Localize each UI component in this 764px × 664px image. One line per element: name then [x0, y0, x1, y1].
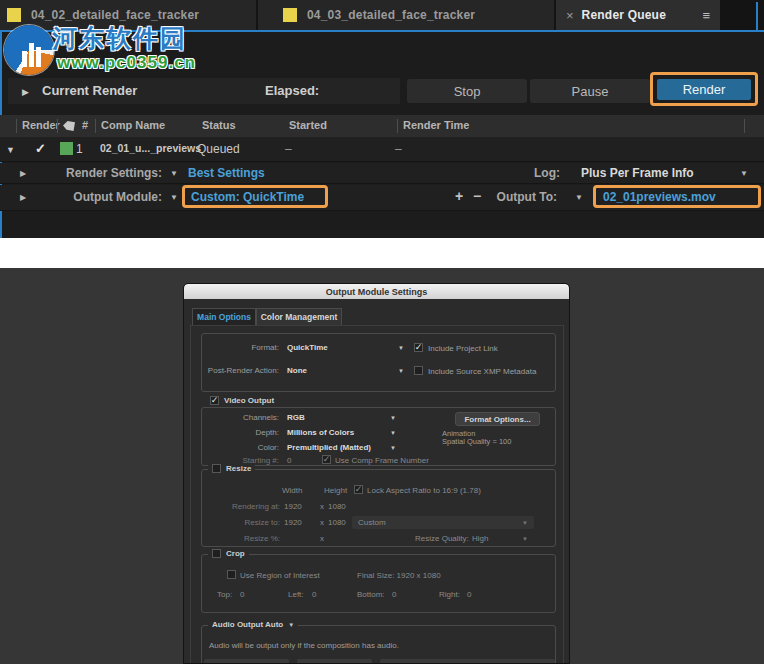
- expand-caret-icon[interactable]: ▶: [20, 169, 26, 178]
- close-icon[interactable]: ×: [566, 8, 574, 23]
- log-label: Log:: [500, 166, 560, 180]
- color-dropdown[interactable]: Premultiplied (Matted): [287, 443, 371, 452]
- expand-caret-icon[interactable]: ▶: [20, 193, 26, 202]
- dropdown-caret-icon[interactable]: ▼: [740, 169, 748, 178]
- crop-label: Crop: [226, 549, 245, 558]
- queue-column-header-row: Render # Comp Name Status Started Render…: [0, 115, 764, 137]
- dialog-title-bar[interactable]: Output Module Settings: [184, 284, 569, 299]
- column-render[interactable]: Render: [22, 119, 60, 131]
- add-output-module-icon[interactable]: +: [455, 188, 463, 204]
- post-render-action-dropdown[interactable]: None: [287, 366, 307, 375]
- format-dropdown[interactable]: QuickTime: [287, 343, 328, 352]
- audio-rate-dropdown[interactable]: [204, 659, 289, 664]
- video-output-title: ✓ Video Output: [206, 396, 278, 405]
- format-group: Format: QuickTime ▼ ✓ Include Project Li…: [201, 333, 556, 392]
- dropdown-caret-icon[interactable]: ▼: [170, 193, 178, 202]
- column-comp-name[interactable]: Comp Name: [101, 119, 165, 131]
- render-enabled-checkbox[interactable]: ✓: [35, 141, 46, 156]
- use-roi-checkbox: [227, 570, 236, 579]
- render-button[interactable]: Render: [657, 79, 751, 100]
- tab-label: 04_02_detailed_face_tracker: [31, 8, 199, 22]
- resize-label: Resize: [226, 464, 251, 473]
- starting-number-value: 0: [287, 456, 291, 465]
- audio-format-options-button[interactable]: [457, 659, 555, 664]
- include-project-link-label: Include Project Link: [428, 344, 498, 353]
- composition-icon: [7, 8, 21, 22]
- include-project-link-checkbox[interactable]: ✓: [414, 343, 423, 352]
- tab-main-options[interactable]: Main Options: [192, 308, 256, 326]
- collapse-caret-icon[interactable]: ▼: [6, 145, 15, 155]
- format-options-button[interactable]: Format Options...: [455, 412, 540, 426]
- dropdown-caret-icon[interactable]: ▼: [575, 193, 583, 202]
- output-module-link[interactable]: Custom: QuickTime: [191, 190, 304, 204]
- resize-group: Resize Width Height ✓ Lock Aspect Ratio …: [201, 469, 556, 547]
- video-output-group: Channels: RGB ▼ Format Options... Depth:…: [201, 407, 556, 466]
- column-number[interactable]: #: [82, 119, 88, 131]
- column-divider: [397, 119, 398, 133]
- tab-color-management[interactable]: Color Management: [256, 308, 342, 326]
- audio-group: Audio Output Auto ▼ Audio will be output…: [201, 625, 556, 664]
- crop-bottom-value: 0: [392, 590, 396, 599]
- output-module-row: ▶ Output Module: ▼ Custom: QuickTime + −…: [0, 185, 764, 211]
- label-color-swatch-green[interactable]: [60, 142, 73, 155]
- output-module-label: Output Module:: [30, 190, 162, 204]
- post-render-action-label: Post-Render Action:: [183, 366, 279, 375]
- rendering-at-height: 1080: [328, 502, 346, 511]
- depth-dropdown[interactable]: Millions of Colors: [287, 428, 354, 437]
- queue-item-row[interactable]: ▼ ✓ 1 02_01_u..._previews Queued – –: [0, 137, 764, 162]
- annotation-box-render: Render: [650, 72, 758, 106]
- crop-left-value: 0: [312, 590, 316, 599]
- dialog-title: Output Module Settings: [326, 287, 428, 297]
- depth-label: Depth:: [183, 428, 279, 437]
- tab-render-queue[interactable]: × Render Queue ≡: [556, 0, 720, 30]
- column-render-time[interactable]: Render Time: [403, 119, 469, 131]
- channels-label: Channels:: [183, 413, 279, 422]
- column-divider: [57, 119, 58, 133]
- stop-button[interactable]: Stop: [407, 79, 527, 103]
- rendering-at-label: Rendering at:: [183, 502, 280, 511]
- resize-preset-value: Custom: [358, 518, 386, 527]
- dropdown-caret-icon[interactable]: ▼: [390, 445, 396, 451]
- crop-group: Crop Use Region of Interest Final Size: …: [201, 554, 556, 613]
- audio-output-dropdown[interactable]: Audio Output Auto: [212, 620, 283, 629]
- dropdown-caret-icon[interactable]: ▼: [170, 169, 178, 178]
- resize-checkbox[interactable]: [212, 464, 221, 473]
- tab-label: 04_03_detailed_face_tracker: [307, 8, 475, 22]
- column-divider: [744, 119, 745, 133]
- crop-checkbox[interactable]: [212, 549, 221, 558]
- log-dropdown-value[interactable]: Plus Per Frame Info: [581, 166, 694, 180]
- include-xmp-checkbox[interactable]: [414, 366, 423, 375]
- watermark-site-url: www.pc0359.cn: [57, 53, 196, 73]
- label-color-column-icon[interactable]: [63, 121, 75, 131]
- output-file-link[interactable]: 02_01previews.mov: [603, 190, 716, 204]
- dropdown-caret-icon[interactable]: ▼: [390, 430, 396, 436]
- audio-depth-dropdown[interactable]: [297, 659, 372, 664]
- queue-item-number: 1: [76, 142, 83, 156]
- dimension-x: x: [320, 534, 324, 543]
- column-divider: [95, 119, 96, 133]
- queue-item-status: Queued: [197, 142, 240, 156]
- pause-button[interactable]: Pause: [530, 79, 650, 103]
- remove-output-module-icon[interactable]: −: [473, 188, 481, 204]
- panel-menu-icon[interactable]: ≡: [702, 8, 710, 23]
- dropdown-caret-icon[interactable]: ▼: [390, 415, 396, 421]
- rendering-at-width: 1920: [284, 502, 302, 511]
- resize-preset-dropdown: Custom ▼: [352, 516, 534, 529]
- tab-comp-04-03[interactable]: 04_03_detailed_face_tracker: [258, 0, 554, 30]
- format-label: Format:: [183, 343, 279, 352]
- render-settings-row: ▶ Render Settings: ▼ Best Settings Log: …: [0, 163, 764, 184]
- crop-top-label: Top:: [217, 590, 232, 599]
- height-header: Height: [324, 486, 347, 495]
- channels-dropdown[interactable]: RGB: [287, 413, 305, 422]
- video-output-checkbox[interactable]: ✓: [210, 396, 219, 405]
- dropdown-caret-icon[interactable]: ▼: [398, 368, 404, 374]
- crop-title: Crop: [208, 549, 249, 558]
- render-queue-panel: 04_02_detailed_face_tracker 04_03_detail…: [0, 0, 764, 238]
- dropdown-caret-icon[interactable]: ▼: [398, 345, 404, 351]
- resize-to-height: 1080: [328, 518, 346, 527]
- annotation-box-output-to: 02_01previews.mov: [593, 185, 761, 208]
- column-status[interactable]: Status: [202, 119, 236, 131]
- render-settings-link[interactable]: Best Settings: [188, 166, 265, 180]
- dropdown-caret-icon[interactable]: ▼: [288, 622, 294, 628]
- column-started[interactable]: Started: [289, 119, 327, 131]
